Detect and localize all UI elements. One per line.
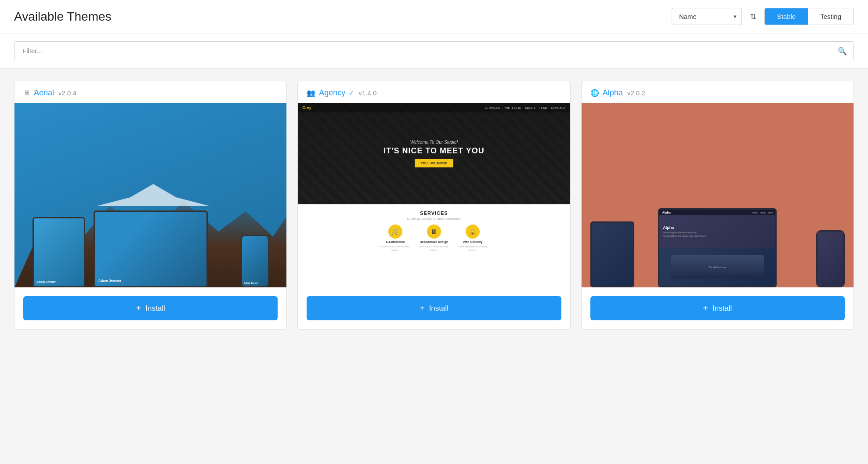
- globe-icon: 🌐: [590, 89, 599, 97]
- aerial-tablet-device: Adam Jensen: [33, 217, 85, 287]
- alpha-tablet-screen: [592, 223, 633, 286]
- alpha-preview: Alpha Home About Work Alpha Introducing …: [582, 103, 854, 287]
- nav-contact: CONTACT: [551, 106, 565, 109]
- page-header: Available Themes Name Date Popularity ▾ …: [0, 0, 868, 33]
- search-icon: 🔍: [838, 46, 847, 55]
- agency-install-label: Install: [429, 304, 448, 313]
- tab-testing[interactable]: Testing: [808, 8, 854, 25]
- agency-preview-bg: Grey SERVICES PORTFOLIO ABOUT TEAM CONTA…: [298, 103, 570, 287]
- themes-grid: 🖥 Aerial v2.0.4 Adam Jensen: [0, 69, 868, 342]
- aerial-theme-name: Aerial: [34, 88, 54, 98]
- agency-hero-content: Welcome To Our Studio! IT'S NICE TO MEET…: [383, 140, 485, 167]
- theme-card-header-alpha: 🌐 Alpha v2.0.2: [582, 81, 854, 103]
- aerial-theme-version: v2.0.4: [58, 89, 76, 97]
- alpha-install-button[interactable]: + Install: [590, 296, 845, 320]
- aerial-laptop-device: Adam Jensen: [94, 210, 208, 287]
- agency-theme-name: Agency: [319, 88, 345, 98]
- filter-input-wrapper: 🔍: [14, 41, 854, 60]
- alpha-laptop-device: Alpha Home About Work Alpha Introducing …: [658, 208, 777, 287]
- alpha-laptop-nav: Home About Work: [752, 211, 773, 214]
- nav-portfolio: PORTFOLIO: [503, 106, 521, 109]
- aerial-preview-bg: Adam Jensen Adam Jensen Adam Jensen: [14, 103, 286, 287]
- header-controls: Name Date Popularity ▾ ⇅ Stable Testing: [672, 8, 854, 25]
- sort-order-button[interactable]: ⇅: [746, 9, 760, 24]
- plus-icon-alpha: +: [703, 303, 708, 313]
- alpha-laptop-screen: Alpha Home About Work Alpha Introducing …: [659, 210, 775, 286]
- alpha-laptop-content: Alpha Introducing the ultimate mobile ap…: [659, 215, 775, 248]
- aerial-phone-device: Adam Jensen: [241, 235, 269, 287]
- agency-services-sub: Lorem ipsum dolor sit amet consectetur: [302, 217, 565, 220]
- tab-group: Stable Testing: [764, 8, 854, 25]
- sort-select-wrapper: Name Date Popularity ▾: [672, 8, 742, 25]
- alpha-preview-bg: Alpha Home About Work Alpha Introducing …: [582, 103, 854, 287]
- nav-services: SERVICES: [485, 106, 500, 109]
- theme-card-alpha: 🌐 Alpha v2.0.2 Alpha Home About: [581, 81, 854, 330]
- alpha-tablet-device: [590, 221, 634, 287]
- agency-services: SERVICES Lorem ipsum dolor sit amet cons…: [298, 204, 570, 287]
- sort-order-icon: ⇅: [750, 12, 756, 22]
- agency-services-title: SERVICES: [302, 210, 565, 216]
- agency-service-responsive: 🖥 Responsive Design Lorem ipsum dolor si…: [419, 225, 449, 252]
- ecommerce-desc: Lorem ipsum dolor sit amet, conse...: [380, 245, 411, 252]
- agency-cta-button[interactable]: TELL ME MORE: [415, 159, 453, 167]
- alpha-laptop-header: Alpha Home About Work: [659, 210, 775, 215]
- agency-theme-version: v1.4.0: [358, 89, 376, 97]
- agency-services-grid: 🛒 E-Commerce Lorem ipsum dolor sit amet,…: [302, 225, 565, 252]
- agency-service-ecommerce: 🛒 E-Commerce Lorem ipsum dolor sit amet,…: [380, 225, 411, 252]
- ecommerce-label: E-Commerce: [386, 240, 405, 243]
- nav-team: TEAM: [539, 106, 547, 109]
- alpha-phone-device: [816, 230, 845, 287]
- agency-preview: Grey SERVICES PORTFOLIO ABOUT TEAM CONTA…: [298, 103, 570, 287]
- tab-stable[interactable]: Stable: [765, 8, 808, 25]
- agency-nav: Grey SERVICES PORTFOLIO ABOUT TEAM CONTA…: [298, 103, 570, 112]
- filter-bar: 🔍: [0, 33, 868, 69]
- agency-hero-sub: Welcome To Our Studio!: [383, 140, 485, 145]
- responsive-icon: 🖥: [427, 225, 441, 239]
- agency-service-security: 🔒 Web Security Lorem ipsum dolor sit ame…: [457, 225, 488, 252]
- security-icon: 🔒: [466, 225, 480, 239]
- monitor-icon: 🖥: [23, 89, 30, 97]
- agency-hero-title: IT'S NICE TO MEET YOU: [383, 146, 485, 156]
- nav-about: ABOUT: [525, 106, 535, 109]
- theme-card-aerial: 🖥 Aerial v2.0.4 Adam Jensen: [14, 81, 287, 330]
- alpha-install-label: Install: [712, 304, 732, 313]
- alpha-theme-name: Alpha: [603, 88, 623, 98]
- alpha-phone-screen: [817, 232, 843, 286]
- aerial-laptop-screen: Adam Jensen: [95, 212, 206, 286]
- aerial-preview: Adam Jensen Adam Jensen Adam Jensen: [14, 103, 286, 287]
- filter-input[interactable]: [14, 41, 854, 60]
- plus-icon-aerial: +: [136, 303, 141, 313]
- agency-hero: Grey SERVICES PORTFOLIO ABOUT TEAM CONTA…: [298, 103, 570, 204]
- sort-select[interactable]: Name Date Popularity: [672, 8, 742, 25]
- agency-install-button[interactable]: + Install: [307, 296, 561, 320]
- agency-nav-logo: Grey: [302, 105, 311, 110]
- agency-badge: ✓: [349, 90, 354, 97]
- security-label: Web Security: [463, 240, 482, 243]
- theme-card-header-aerial: 🖥 Aerial v2.0.4: [14, 81, 286, 103]
- alpha-laptop-text: Introducing the ultimate mobile appfor d…: [663, 231, 706, 238]
- theme-card-agency: 👥 Agency ✓ v1.4.0 Grey SERVICES PORTFOLI…: [297, 81, 570, 330]
- agency-nav-links: SERVICES PORTFOLIO ABOUT TEAM CONTACT: [485, 106, 566, 109]
- aerial-install-button[interactable]: + Install: [23, 296, 278, 320]
- alpha-laptop-title: Alpha: [663, 225, 674, 230]
- security-desc: Lorem ipsum dolor sit amet, conse...: [457, 245, 488, 252]
- aerial-install-label: Install: [145, 304, 165, 313]
- theme-card-header-agency: 👥 Agency ✓ v1.4.0: [298, 81, 570, 103]
- users-icon: 👥: [307, 89, 315, 97]
- alpha-logo: Alpha: [662, 211, 670, 214]
- plus-icon-agency: +: [420, 303, 425, 313]
- responsive-label: Responsive Design: [420, 240, 448, 243]
- responsive-desc: Lorem ipsum dolor sit amet, conse...: [419, 245, 449, 252]
- aerial-devices: Adam Jensen Adam Jensen Adam Jensen: [28, 140, 273, 287]
- ecommerce-icon: 🛒: [388, 225, 402, 239]
- aerial-profile-name: Adam Jensen: [98, 279, 121, 283]
- alpha-devices: Alpha Home About Work Alpha Introducing …: [588, 158, 846, 287]
- alpha-theme-version: v2.0.2: [627, 89, 645, 97]
- page-title: Available Themes: [14, 10, 112, 24]
